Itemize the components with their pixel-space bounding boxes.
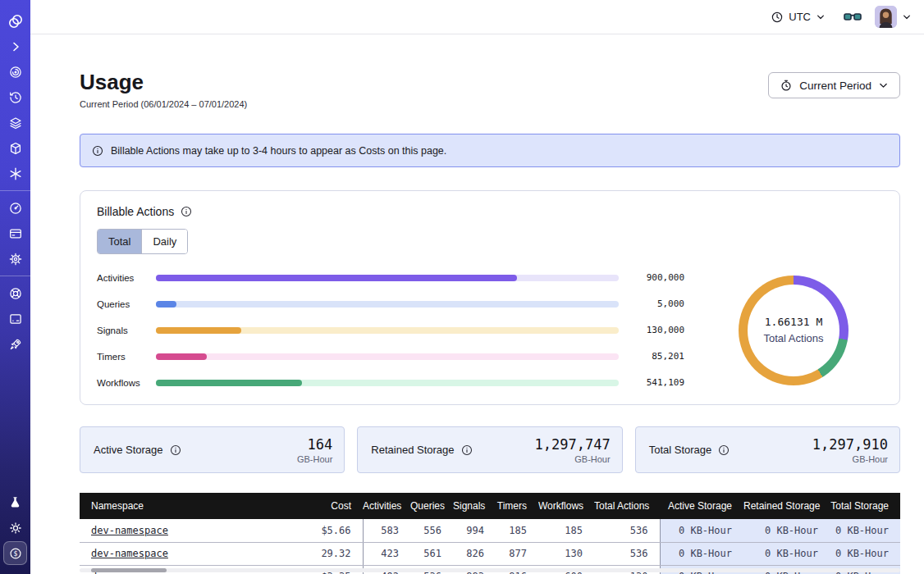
getting-started-button[interactable] (3, 332, 27, 356)
batch-operations-button[interactable] (3, 136, 27, 160)
column-header-queries: Queries (410, 493, 453, 519)
chevron-down-icon (816, 12, 826, 22)
cell-total_actions: 536 (594, 542, 660, 565)
bar-value: 5,000 (619, 298, 684, 309)
table-row: dev-namespace$5.665835569941851855360 KB… (80, 519, 900, 542)
column-header-activities: Activities (363, 493, 410, 519)
bar-track (156, 275, 619, 281)
total-actions-donut: 1.66131 M Total Actions (739, 276, 849, 385)
bar-row-queries: Queries5,000 (97, 298, 684, 309)
storage-card-value: 1,297,747GB-Hour (535, 436, 611, 464)
cell-timers: 185 (496, 519, 538, 542)
info-icon[interactable] (718, 444, 730, 456)
storage-card-label: Total Storage (649, 444, 730, 456)
bar-value: 130,000 (619, 325, 684, 335)
bar-label: Signals (97, 326, 156, 335)
cell-cost: $5.66 (285, 519, 363, 542)
support-button[interactable] (3, 281, 27, 305)
cell-total_actions: 536 (594, 519, 660, 542)
theme-toggle-button[interactable] (3, 516, 27, 540)
glasses-button[interactable] (844, 11, 862, 23)
usage-gauge-icon (8, 201, 23, 216)
topbar: UTC (30, 0, 924, 34)
bar-track (156, 301, 619, 308)
cell-signals: 994 (453, 519, 496, 542)
bar-label: Workflows (97, 378, 156, 388)
storage-cards-row: Active Storage164GB-HourRetained Storage… (80, 426, 900, 473)
tab-total[interactable]: Total (98, 230, 142, 253)
bar-row-workflows: Workflows541,109 (97, 377, 684, 388)
billing-button[interactable] (3, 221, 27, 245)
bar-row-signals: Signals130,000 (97, 325, 684, 335)
labs-button[interactable] (3, 490, 27, 514)
usage-gauge-button[interactable] (3, 196, 27, 220)
schedules-button[interactable] (3, 85, 27, 109)
temporal-logo-button[interactable] (3, 9, 27, 33)
cube-icon (8, 141, 23, 156)
bar-fill (156, 353, 207, 360)
bar-label: Queries (97, 299, 156, 309)
info-icon[interactable] (170, 444, 181, 456)
cell-queries: 561 (410, 542, 453, 565)
horizontal-scrollbar-thumb[interactable] (91, 568, 167, 572)
namespace-link[interactable]: dev-namespace (91, 525, 168, 536)
storage-card-label: Active Storage (94, 444, 181, 456)
timezone-selector-button[interactable]: UTC (766, 10, 830, 25)
namespace-link[interactable]: dev-namespace (91, 548, 168, 559)
bar-track (156, 380, 619, 386)
column-header-active_storage: Active Storage (660, 493, 743, 519)
expand-sidebar-button[interactable] (3, 34, 27, 58)
storage-value-unit: GB-Hour (535, 454, 611, 464)
usage-dollar-coin-icon: $ (8, 546, 23, 561)
bar-value: 900,000 (619, 272, 684, 283)
bar-label: Activities (97, 273, 156, 283)
expand-sidebar-chevron-icon (9, 40, 22, 53)
period-selector-label: Current Period (799, 80, 871, 92)
column-header-timers: Timers (496, 493, 538, 519)
console-icon (8, 312, 23, 326)
cell-total_storage: 0 KB-Hour (830, 519, 900, 542)
page-subtitle: Current Period (06/01/2024 – 07/01/2024) (80, 99, 247, 109)
deployments-button[interactable] (3, 111, 27, 134)
column-header-total_storage: Total Storage (830, 493, 900, 519)
glasses-icon (844, 11, 862, 23)
sidebar-divider (0, 190, 30, 191)
total-storage-card: Total Storage1,297,910GB-Hour (635, 426, 900, 473)
donut-center: 1.66131 M Total Actions (739, 276, 849, 385)
cell-active_storage: 0 KB-Hour (660, 519, 743, 542)
storage-label-text: Retained Storage (371, 444, 454, 456)
svg-text:$: $ (13, 549, 17, 557)
retained-storage-card: Retained Storage1,297,747GB-Hour (357, 426, 622, 473)
cell-workflows: 185 (538, 519, 594, 542)
tab-daily[interactable]: Daily (142, 230, 187, 253)
info-icon[interactable] (461, 444, 473, 456)
horizontal-scrollbar-track[interactable] (80, 568, 900, 572)
nexus-button[interactable] (3, 162, 27, 185)
storage-label-text: Active Storage (94, 444, 163, 456)
bar-track (156, 327, 619, 334)
billing-card-icon (8, 226, 23, 241)
namespaces-button[interactable] (3, 60, 27, 84)
settings-button[interactable] (3, 247, 27, 271)
info-banner-text: Billable Actions may take up to 3-4 hour… (111, 145, 446, 157)
billable-bars-chart: Activities900,000Queries5,000Signals130,… (97, 272, 704, 388)
usage-table: NamespaceCostActivitiesQueriesSignalsTim… (80, 493, 900, 574)
usage-billing-button[interactable]: $ (3, 541, 27, 565)
table-header-row: NamespaceCostActivitiesQueriesSignalsTim… (80, 493, 900, 519)
column-header-workflows: Workflows (538, 493, 594, 519)
cell-timers: 877 (496, 542, 538, 565)
sidebar: $ (0, 0, 30, 574)
support-lifebuoy-icon (8, 286, 23, 301)
account-menu-button[interactable] (875, 6, 912, 28)
page-header: Usage Current Period (06/01/2024 – 07/01… (80, 71, 900, 109)
asterisk-icon (8, 166, 23, 181)
console-button[interactable] (3, 307, 27, 330)
cell-retained_storage: 0 KB-Hour (743, 519, 830, 542)
period-selector-button[interactable]: Current Period (768, 72, 900, 98)
app-root: $ UTC (0, 0, 924, 574)
cell-activities: 583 (363, 519, 410, 542)
billable-actions-card: Billable Actions TotalDaily Activities90… (80, 190, 900, 405)
storage-value-number: 1,297,747 (535, 436, 611, 453)
storage-value-number: 164 (297, 436, 332, 453)
info-icon[interactable] (181, 206, 192, 217)
